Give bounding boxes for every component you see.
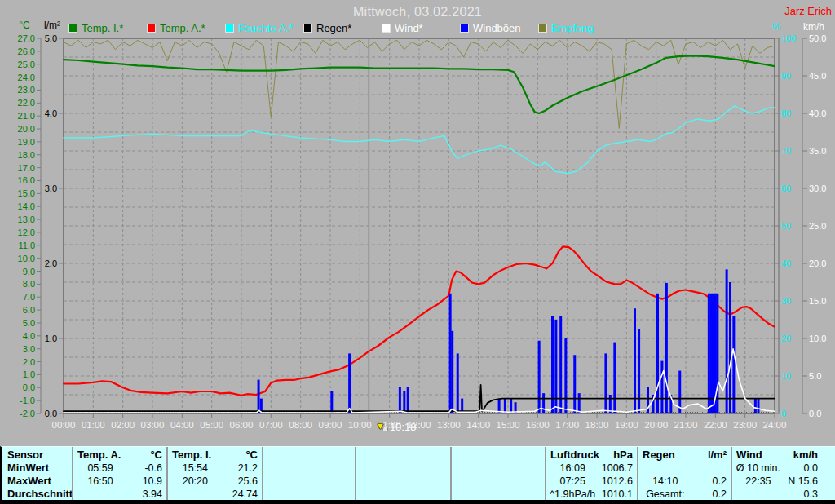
stats-cell-value: 0.0 <box>784 462 822 475</box>
cursor-time-label: 10:18 <box>390 421 417 433</box>
svg-text:8.0: 8.0 <box>23 279 35 289</box>
stats-col-unit: l/m² <box>692 449 731 462</box>
stats-col-wind: Windkm/hØ 10 min.0.022:35N 15.60.3 <box>731 447 822 500</box>
svg-text:0.0: 0.0 <box>809 409 821 418</box>
svg-text:20:00: 20:00 <box>644 420 668 430</box>
svg-text:5.0: 5.0 <box>23 318 35 328</box>
svg-text:18.0: 18.0 <box>18 150 35 160</box>
svg-text:0: 0 <box>781 409 786 418</box>
svg-text:10.0: 10.0 <box>809 334 826 343</box>
svg-text:06:00: 06:00 <box>230 420 254 430</box>
svg-text:14:00: 14:00 <box>466 420 490 430</box>
stats-col-name: Temp. A. <box>73 449 127 462</box>
stats-cell-time <box>356 475 411 488</box>
stats-col-unit <box>506 449 545 462</box>
stats-cell-value <box>316 488 355 501</box>
stats-cell-time <box>263 475 316 488</box>
stats-cell-value: 0.3 <box>784 488 822 501</box>
svg-text:4.0: 4.0 <box>45 108 57 118</box>
stats-col-empty-3 <box>355 447 450 500</box>
svg-text:7.0: 7.0 <box>23 292 35 302</box>
svg-text:-2.0: -2.0 <box>20 409 35 418</box>
stats-cell-time <box>452 488 506 501</box>
stats-col-unit <box>316 449 355 462</box>
stats-cell-time <box>73 488 127 501</box>
footer-bar <box>0 500 835 504</box>
stats-cell-time <box>732 488 784 501</box>
svg-text:17:00: 17:00 <box>555 420 579 430</box>
stats-col-name: Luftdruck <box>546 449 599 462</box>
svg-text:23:00: 23:00 <box>733 420 757 430</box>
svg-text:01:00: 01:00 <box>82 420 105 430</box>
stats-cell-time: 07:25 <box>546 475 599 488</box>
stats-cell-value <box>316 462 355 475</box>
svg-text:09:00: 09:00 <box>319 420 342 430</box>
svg-text:19:00: 19:00 <box>615 420 638 430</box>
stats-cell-time: ^1.9hPa/h <box>546 488 599 501</box>
stats-cell-value: 1010.1 <box>599 488 637 501</box>
stats-cell-time: 16:50 <box>73 475 127 488</box>
svg-text:10: 10 <box>781 371 791 381</box>
svg-text:3.0: 3.0 <box>23 344 35 354</box>
stats-cell-value <box>411 475 450 488</box>
stats-row-label: Sensor <box>2 449 72 462</box>
svg-text:22:00: 22:00 <box>704 420 727 430</box>
stats-cell-time <box>452 475 506 488</box>
svg-text:26.0: 26.0 <box>18 46 35 56</box>
stats-col-name: Temp. I. <box>168 449 223 462</box>
svg-text:1.0: 1.0 <box>45 334 57 343</box>
svg-text:12.0: 12.0 <box>18 228 35 237</box>
wind-axis-axis: 50.045.040.035.030.025.020.015.010.05.00… <box>802 33 826 418</box>
stats-table: SensorMinWertMaxWertDurchschnittTemp. A.… <box>0 446 835 500</box>
stats-col-temp-a-: Temp. A.°C05:59-0.616:5010.93.94 <box>72 447 166 500</box>
svg-text:40.0: 40.0 <box>809 108 826 118</box>
stats-cell-time: 14:10 <box>638 475 692 488</box>
stats-col-unit: °C <box>127 449 166 462</box>
svg-text:24:00: 24:00 <box>763 420 787 430</box>
stats-cell-value: 10.9 <box>127 475 166 488</box>
svg-text:30: 30 <box>781 296 791 306</box>
svg-text:13:00: 13:00 <box>437 420 461 430</box>
stats-cell-value <box>506 462 545 475</box>
svg-text:100: 100 <box>781 33 796 43</box>
svg-text:10:00: 10:00 <box>348 420 372 430</box>
stats-cell-value <box>692 462 731 475</box>
svg-text:4.0: 4.0 <box>23 331 35 341</box>
chart-plot[interactable]: 27.026.025.024.023.022.021.020.019.018.0… <box>0 0 835 444</box>
stats-cell-time <box>168 488 223 501</box>
svg-text:2.0: 2.0 <box>23 357 35 367</box>
stats-cell-time: Ø 10 min. <box>732 462 784 475</box>
stats-cell-value: 0.2 <box>692 488 731 501</box>
stats-cell-time <box>638 462 692 475</box>
temp-axis-axis: 27.026.025.024.023.022.021.020.019.018.0… <box>18 33 41 418</box>
stats-cell-time: 05:59 <box>73 462 127 475</box>
svg-text:18:00: 18:00 <box>585 420 609 430</box>
svg-text:20.0: 20.0 <box>18 124 35 134</box>
svg-text:27.0: 27.0 <box>18 33 35 43</box>
svg-text:0.0: 0.0 <box>45 409 57 418</box>
stats-cell-time: 22:35 <box>732 475 784 488</box>
svg-text:21:00: 21:00 <box>674 420 698 430</box>
svg-text:10.0: 10.0 <box>18 254 35 263</box>
stats-col-regen: Regenl/m²14:100.2Gesamt:0.2 <box>637 447 731 500</box>
weather-chart-app: { "header": { "title": "Mittwoch, 03.02.… <box>0 0 835 504</box>
stats-cell-time <box>452 462 506 475</box>
rain-axis-axis: 5.04.03.02.01.00.0 <box>45 33 64 418</box>
stats-col-unit <box>411 449 450 462</box>
svg-text:16.0: 16.0 <box>18 175 35 185</box>
svg-text:15.0: 15.0 <box>809 296 826 306</box>
cursor-time-marker[interactable]: ▼ 10:18 <box>376 421 416 433</box>
svg-text:00:00: 00:00 <box>52 420 76 430</box>
svg-text:20: 20 <box>781 334 791 343</box>
stats-col-empty-4 <box>450 447 545 500</box>
svg-text:5.0: 5.0 <box>45 33 57 43</box>
svg-text:07:00: 07:00 <box>259 420 283 430</box>
svg-text:21.0: 21.0 <box>18 111 35 121</box>
stats-cell-time <box>356 462 411 475</box>
stats-cell-value: 0.2 <box>692 475 731 488</box>
svg-text:80: 80 <box>781 108 791 118</box>
svg-text:90: 90 <box>781 71 791 81</box>
stats-col-name <box>263 449 316 462</box>
stats-cell-time: 15:54 <box>168 462 223 475</box>
svg-text:11.0: 11.0 <box>18 241 35 250</box>
